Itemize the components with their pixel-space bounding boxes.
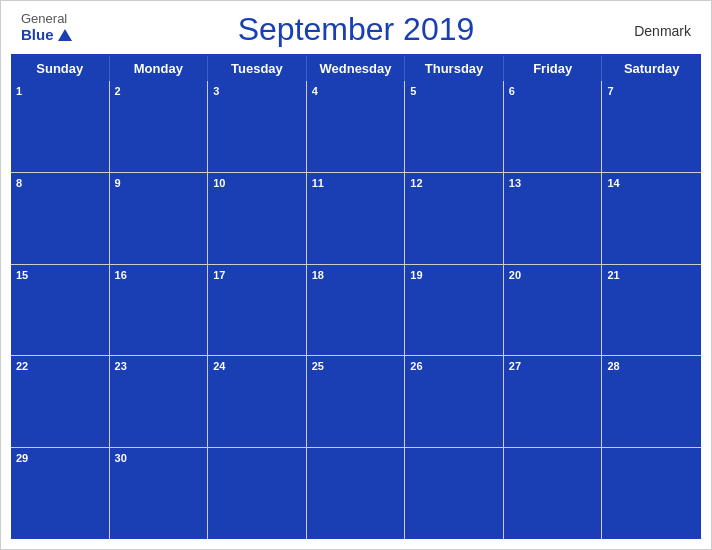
table-row: 9 (110, 173, 209, 264)
table-row: 3 (208, 81, 307, 172)
table-row (602, 448, 701, 539)
country-label: Denmark (634, 23, 691, 39)
day-number: 2 (115, 85, 121, 97)
table-row: 1 (11, 81, 110, 172)
table-row: 8 (11, 173, 110, 264)
day-number: 13 (509, 177, 521, 189)
day-number: 18 (312, 269, 324, 281)
day-number: 25 (312, 360, 324, 372)
weeks-container: 1234567891011121314151617181920212223242… (11, 81, 701, 539)
table-row: 19 (405, 265, 504, 356)
table-row: 26 (405, 356, 504, 447)
header-tuesday: Tuesday (208, 56, 307, 81)
day-number: 19 (410, 269, 422, 281)
day-number: 9 (115, 177, 121, 189)
table-row: 30 (110, 448, 209, 539)
header-friday: Friday (504, 56, 603, 81)
table-row (405, 448, 504, 539)
table-row: 20 (504, 265, 603, 356)
day-number: 3 (213, 85, 219, 97)
logo-blue-text: Blue (21, 26, 72, 43)
header-sunday: Sunday (11, 56, 110, 81)
week-row-3: 15161718192021 (11, 265, 701, 357)
day-number: 11 (312, 177, 324, 189)
day-number: 23 (115, 360, 127, 372)
day-number: 27 (509, 360, 521, 372)
day-number: 12 (410, 177, 422, 189)
day-number: 16 (115, 269, 127, 281)
table-row: 25 (307, 356, 406, 447)
day-number: 22 (16, 360, 28, 372)
table-row: 24 (208, 356, 307, 447)
day-number: 30 (115, 452, 127, 464)
day-number: 10 (213, 177, 225, 189)
day-number: 15 (16, 269, 28, 281)
day-number: 4 (312, 85, 318, 97)
week-row-1: 1234567 (11, 81, 701, 173)
day-number: 26 (410, 360, 422, 372)
day-number: 20 (509, 269, 521, 281)
day-number: 1 (16, 85, 22, 97)
table-row: 18 (307, 265, 406, 356)
day-number: 29 (16, 452, 28, 464)
table-row (307, 448, 406, 539)
table-row: 10 (208, 173, 307, 264)
table-row: 28 (602, 356, 701, 447)
day-number: 17 (213, 269, 225, 281)
table-row: 4 (307, 81, 406, 172)
calendar-grid: Sunday Monday Tuesday Wednesday Thursday… (11, 54, 701, 539)
table-row: 14 (602, 173, 701, 264)
calendar-header: General Blue September 2019 Denmark (1, 1, 711, 54)
table-row (208, 448, 307, 539)
table-row: 29 (11, 448, 110, 539)
logo-general-text: General (21, 11, 67, 26)
day-number: 28 (607, 360, 619, 372)
week-row-4: 22232425262728 (11, 356, 701, 448)
table-row: 22 (11, 356, 110, 447)
table-row: 17 (208, 265, 307, 356)
header-saturday: Saturday (602, 56, 701, 81)
week-row-5: 2930 (11, 448, 701, 539)
table-row: 23 (110, 356, 209, 447)
table-row: 12 (405, 173, 504, 264)
day-headers-row: Sunday Monday Tuesday Wednesday Thursday… (11, 56, 701, 81)
table-row: 27 (504, 356, 603, 447)
day-number: 14 (607, 177, 619, 189)
table-row: 6 (504, 81, 603, 172)
header-thursday: Thursday (405, 56, 504, 81)
logo-triangle-icon (58, 29, 72, 41)
table-row: 15 (11, 265, 110, 356)
table-row: 5 (405, 81, 504, 172)
day-number: 6 (509, 85, 515, 97)
table-row: 21 (602, 265, 701, 356)
week-row-2: 891011121314 (11, 173, 701, 265)
header-monday: Monday (110, 56, 209, 81)
table-row: 13 (504, 173, 603, 264)
day-number: 5 (410, 85, 416, 97)
day-number: 24 (213, 360, 225, 372)
day-number: 7 (607, 85, 613, 97)
header-wednesday: Wednesday (307, 56, 406, 81)
table-row (504, 448, 603, 539)
table-row: 16 (110, 265, 209, 356)
day-number: 21 (607, 269, 619, 281)
logo: General Blue (21, 11, 72, 43)
month-title: September 2019 (238, 11, 475, 48)
table-row: 11 (307, 173, 406, 264)
day-number: 8 (16, 177, 22, 189)
table-row: 2 (110, 81, 209, 172)
table-row: 7 (602, 81, 701, 172)
